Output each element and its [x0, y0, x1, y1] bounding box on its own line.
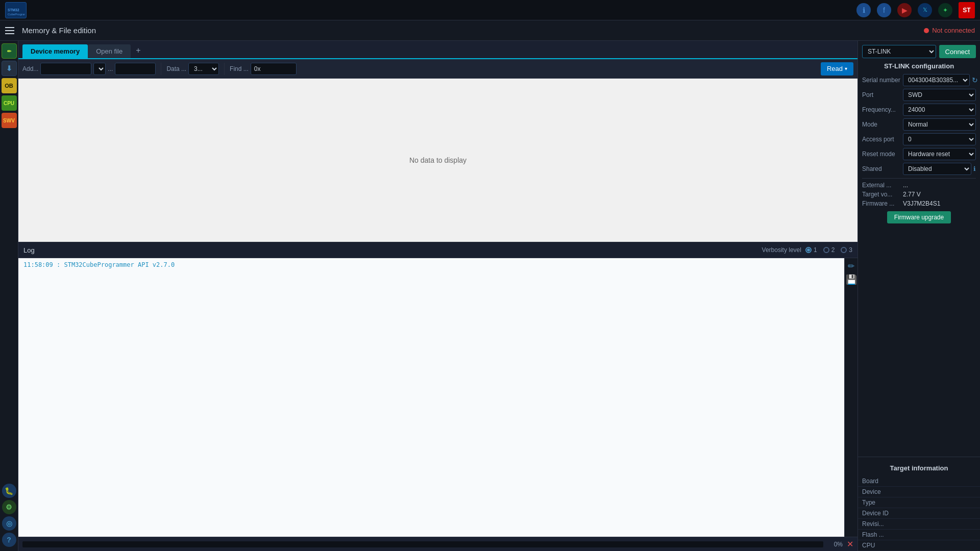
stlink-select[interactable]: ST-LINK: [862, 45, 936, 58]
nav-bar: Memory & File edition Not connected: [0, 20, 980, 41]
bug-button[interactable]: 🐛: [2, 484, 16, 498]
read-caret: ▾: [845, 66, 847, 71]
target-cpu-row: CPU: [858, 540, 980, 551]
shared-select[interactable]: Disabled: [903, 163, 971, 175]
verbosity-2[interactable]: 2: [823, 246, 835, 254]
add-dropdown[interactable]: ▾: [93, 63, 106, 75]
logo-icon: STM32 CubeProgrammer: [5, 2, 27, 18]
find-input[interactable]: [251, 63, 297, 75]
compass-button[interactable]: ◎: [2, 516, 16, 531]
access-port-label: Access port: [862, 136, 903, 143]
facebook-icon[interactable]: f: [877, 3, 891, 17]
reset-mode-select[interactable]: Hardware reset: [903, 148, 976, 160]
data-label: Data ...: [166, 65, 186, 72]
verbosity-radio-group: 1 2 3: [805, 246, 852, 254]
save-log-icon[interactable]: 💾: [846, 274, 857, 285]
target-revision-row: Revisi...: [858, 519, 980, 530]
toolbar: Add... ▾ ... Data ... 3... Find ...: [18, 59, 857, 79]
divider1: [862, 178, 976, 179]
tab-device-memory[interactable]: Device memory: [22, 44, 88, 58]
read-button[interactable]: Read ▾: [821, 62, 853, 76]
log-section: Log Verbosity level 1 2: [18, 242, 857, 537]
target-cpu-label: CPU: [862, 542, 903, 549]
verbosity-1[interactable]: 1: [805, 246, 817, 254]
cpu-button[interactable]: CPU: [2, 95, 17, 111]
access-port-value: 0: [903, 133, 976, 145]
memory-area: No data to display: [18, 79, 857, 242]
verbosity-3[interactable]: 3: [841, 246, 852, 254]
frequency-label: Frequency...: [862, 106, 903, 113]
add-section: Add... ▾ ...: [22, 63, 156, 75]
tab-add-button[interactable]: +: [131, 43, 145, 58]
target-device-row: Device: [858, 487, 980, 497]
download-button[interactable]: ⬇: [2, 61, 17, 76]
log-right-icons: ✏ 💾: [844, 258, 857, 537]
refresh-icon[interactable]: ↻: [972, 76, 978, 84]
shared-field: Shared Disabled ℹ: [862, 163, 976, 175]
serial-number-select[interactable]: 0043004B30385...: [903, 74, 970, 86]
serial-number-value: 0043004B30385... ↻: [903, 74, 978, 86]
verbosity-label: Verbosity level: [762, 246, 801, 254]
firmware-upgrade-button[interactable]: Firmware upgrade: [887, 211, 951, 223]
access-port-field: Access port 0: [862, 133, 976, 145]
ob-button[interactable]: OB: [2, 78, 17, 93]
log-content[interactable]: 11:58:09 : STM32CubeProgrammer API v2.7.…: [18, 258, 844, 537]
tab-open-file[interactable]: Open file: [88, 44, 131, 58]
add-input[interactable]: [40, 63, 91, 75]
svg-text:STM32: STM32: [8, 8, 19, 12]
size-input[interactable]: [115, 63, 156, 75]
info-icon[interactable]: ℹ: [856, 3, 871, 17]
serial-number-field: Serial number 0043004B30385... ↻: [862, 74, 976, 86]
target-voltage-value: 2.77 V: [903, 191, 921, 198]
hamburger-menu[interactable]: [5, 27, 14, 34]
port-label: Port: [862, 91, 903, 98]
target-board-row: Board: [858, 476, 980, 487]
mode-value: Normal: [903, 118, 976, 131]
target-info-title: Target information: [858, 460, 980, 476]
access-port-select[interactable]: 0: [903, 133, 976, 145]
swv-button[interactable]: SWV: [2, 113, 17, 128]
frequency-select[interactable]: 24000: [903, 104, 976, 116]
firmware-label: Firmware ...: [862, 200, 903, 207]
shared-info-icon[interactable]: ℹ: [973, 165, 976, 172]
shared-label: Shared: [862, 165, 903, 172]
divider2: [858, 457, 980, 457]
target-voltage-row: Target vo... 2.77 V: [862, 191, 976, 198]
clear-log-icon[interactable]: ✏: [848, 261, 854, 271]
target-voltage-label: Target vo...: [862, 191, 903, 198]
mode-select[interactable]: Normal: [903, 118, 976, 131]
log-entry: 11:58:09 : STM32CubeProgrammer API v2.7.…: [23, 261, 839, 268]
target-board-label: Board: [862, 478, 903, 485]
connection-status: Not connected: [924, 27, 975, 34]
external-value: ...: [903, 182, 908, 189]
help-button[interactable]: ?: [2, 533, 16, 547]
verbosity-control: Verbosity level 1 2 3: [762, 246, 852, 254]
cancel-button[interactable]: ✕: [847, 539, 853, 549]
reset-mode-field: Reset mode Hardware reset: [862, 148, 976, 160]
dots-label: ...: [108, 65, 113, 72]
add-label: Add...: [22, 65, 38, 72]
edit-button[interactable]: ✏: [2, 43, 17, 59]
connect-button[interactable]: Connect: [939, 45, 976, 58]
shared-value: Disabled ℹ: [903, 163, 976, 175]
log-header: Log Verbosity level 1 2: [18, 242, 857, 258]
settings-button[interactable]: ⚙: [2, 500, 16, 514]
verbosity-2-dot: [823, 247, 829, 253]
target-device-label: Device: [862, 488, 903, 495]
log-title: Log: [23, 246, 35, 254]
youtube-icon[interactable]: ▶: [897, 3, 912, 17]
target-device-id-label: Device ID: [862, 510, 903, 517]
st-logo-icon[interactable]: ST: [959, 2, 975, 18]
find-label: Find ...: [230, 65, 249, 72]
network-icon[interactable]: ✦: [938, 3, 952, 17]
top-bar: STM32 CubeProgrammer ℹ f ▶ 𝕏 ✦ ST: [0, 0, 980, 20]
port-select[interactable]: SWD: [903, 89, 976, 101]
target-type-row: Type: [858, 497, 980, 508]
reset-mode-value: Hardware reset: [903, 148, 976, 160]
nav-title: Memory & File edition: [22, 26, 96, 35]
twitter-icon[interactable]: 𝕏: [918, 3, 932, 17]
tabs-bar: Device memory Open file +: [18, 41, 857, 59]
data-dropdown[interactable]: 3...: [188, 63, 219, 75]
target-revision-label: Revisi...: [862, 520, 903, 528]
social-icons: ℹ f ▶ 𝕏 ✦ ST: [856, 2, 975, 18]
